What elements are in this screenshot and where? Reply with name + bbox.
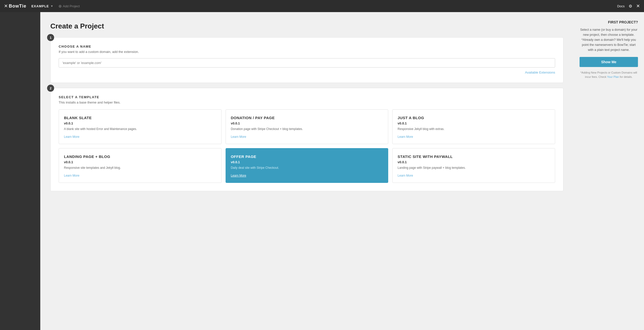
template-version-2: v0.0.1 [398, 121, 550, 125]
template-name-1: DONATION / PAY PAGE [231, 116, 383, 120]
step2-section: 2 SELECT A TEMPLATE This installs a base… [50, 88, 563, 191]
template-version-4: v0.0.1 [231, 160, 383, 164]
template-version-3: v0.0.1 [64, 160, 216, 164]
template-desc-4: Daily deal site with Stripe Checkout. [231, 166, 383, 170]
template-card-2[interactable]: JUST A BLOG v0.0.1 Responsive Jekyll blo… [392, 109, 555, 144]
step2-badge: 2 [47, 85, 54, 92]
template-name-2: JUST A BLOG [398, 116, 550, 120]
navbar-project-name: EXAMPLE [31, 4, 49, 8]
template-card-0[interactable]: BLANK SLATE v0.0.1 A blank site with hos… [59, 109, 222, 144]
template-name-0: BLANK SLATE [64, 116, 216, 120]
template-desc-0: A blank site with hosted Error and Maint… [64, 127, 216, 131]
template-card-1[interactable]: DONATION / PAY PAGE v0.0.1 Donation page… [226, 109, 388, 144]
gear-icon[interactable]: ⚙ [629, 4, 632, 9]
template-card-5[interactable]: STATIC SITE WITH PAYWALL v0.0.1 Landing … [392, 148, 555, 183]
navbar-project-selector[interactable]: EXAMPLE ▼ [31, 4, 54, 8]
template-name-5: STATIC SITE WITH PAYWALL [398, 154, 550, 159]
your-plan-link[interactable]: Your Plan [607, 75, 619, 78]
right-panel: FIRST PROJECT? Select a name (or buy a d… [574, 12, 644, 330]
step1-badge: 1 [47, 34, 54, 41]
step2-label: SELECT A TEMPLATE [59, 95, 555, 99]
step1-description: If you want to add a custom domain, add … [59, 50, 555, 54]
learn-more-link-0[interactable]: Learn More [64, 135, 79, 139]
template-name-4: OFFER PAGE [231, 154, 383, 159]
chevron-down-icon: ▼ [51, 5, 54, 8]
navbar-docs-link[interactable]: Docs [617, 4, 625, 8]
navbar-logo[interactable]: ✕ BowTie [4, 3, 26, 9]
template-desc-5: Landing page with Stripe paywall + blog … [398, 166, 550, 170]
learn-more-link-2[interactable]: Learn More [398, 135, 413, 139]
template-desc-2: Responsive Jekyll blog with extras. [398, 127, 550, 131]
navbar: ✕ BowTie EXAMPLE ▼ ⊕ Add Project Docs ⚙ … [0, 0, 644, 12]
template-version-1: v0.0.1 [231, 121, 383, 125]
bowtie-logo-icon: ✕ [4, 3, 8, 9]
learn-more-link-4[interactable]: Learn More [231, 174, 246, 177]
step2-description: This installs a base theme and helper fi… [59, 101, 555, 104]
plus-icon: ⊕ [58, 4, 62, 9]
close-icon[interactable]: ✕ [636, 3, 640, 9]
right-panel-note: *Adding New Projects or Custom Domains w… [580, 71, 638, 79]
template-version-5: v0.0.1 [398, 160, 550, 164]
navbar-add-project-button[interactable]: ⊕ Add Project [58, 4, 80, 9]
step1-section: 1 CHOOSE A NAME If you want to add a cus… [50, 37, 563, 83]
template-version-0: v0.0.1 [64, 121, 216, 125]
available-extensions-anchor[interactable]: Available Extensions [525, 71, 555, 74]
project-name-input[interactable] [59, 58, 555, 68]
learn-more-link-5[interactable]: Learn More [398, 174, 413, 177]
available-extensions-link[interactable]: Available Extensions [59, 70, 555, 75]
navbar-right-actions: Docs ⚙ ✕ [617, 3, 640, 9]
navbar-logo-text: BowTie [9, 4, 26, 9]
learn-more-link-1[interactable]: Learn More [231, 135, 246, 139]
template-card-4[interactable]: OFFER PAGE v0.0.1 Daily deal site with S… [226, 148, 388, 183]
page-title: Create a Project [50, 22, 563, 30]
template-card-3[interactable]: LANDING PAGE + BLOG v0.0.1 Responsive si… [59, 148, 222, 183]
show-me-button[interactable]: Show Me [580, 57, 638, 67]
right-panel-title: FIRST PROJECT? [580, 20, 638, 24]
right-panel-text: Select a name (or buy a domain) for your… [580, 27, 638, 52]
content-area: Create a Project 1 CHOOSE A NAME If you … [40, 12, 574, 330]
template-desc-3: Responsive site templates and Jekyll blo… [64, 166, 216, 170]
right-panel-note-suffix: for details. [620, 75, 633, 78]
template-grid: BLANK SLATE v0.0.1 A blank site with hos… [59, 109, 555, 183]
sidebar [0, 12, 40, 330]
step1-label: CHOOSE A NAME [59, 45, 555, 48]
navbar-add-project-label: Add Project [63, 4, 80, 8]
learn-more-link-3[interactable]: Learn More [64, 174, 79, 177]
template-desc-1: Donation page with Stripe Checkout + blo… [231, 127, 383, 131]
template-name-3: LANDING PAGE + BLOG [64, 154, 216, 159]
main-wrapper: Create a Project 1 CHOOSE A NAME If you … [40, 12, 644, 330]
